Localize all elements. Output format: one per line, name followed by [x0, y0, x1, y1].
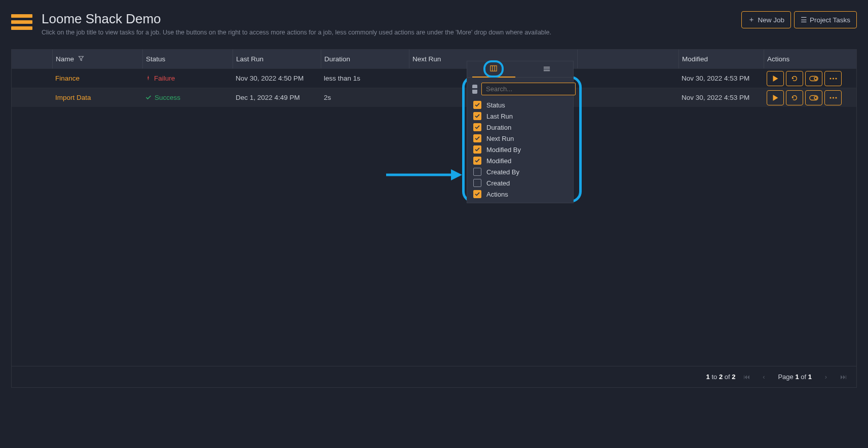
more-button[interactable]	[824, 71, 842, 86]
column-option[interactable]: Modified By	[472, 144, 568, 155]
col-name-label: Name	[56, 55, 74, 63]
col-status[interactable]: Status	[142, 50, 233, 68]
table-row: Import DataSuccessDec 1, 2022 4:49 PM2sN…	[12, 88, 856, 107]
select-all-checkbox[interactable]	[472, 85, 477, 94]
history-button[interactable]	[786, 90, 803, 105]
col-modified[interactable]: Modified	[678, 50, 764, 68]
column-option-label: Created	[486, 179, 510, 187]
svg-point-11	[835, 97, 837, 98]
jobs-grid: Name Status Last Run Duration Next Run M…	[11, 50, 857, 388]
checkbox[interactable]	[473, 145, 481, 154]
menu-icon[interactable]	[11, 14, 32, 30]
column-chooser: StatusLast RunDurationNext RunModified B…	[467, 61, 574, 203]
pager-summary: 1 to 2 of 2	[706, 373, 736, 381]
list-icon: ☰	[801, 16, 807, 24]
new-job-label: New Job	[758, 16, 784, 24]
pager-page-label: Page 1 of 1	[778, 373, 812, 381]
pager-prev-button[interactable]: ‹	[758, 371, 770, 383]
job-name-link[interactable]: Finance	[55, 74, 80, 82]
filter-icon[interactable]	[78, 55, 84, 63]
status-icon	[145, 74, 151, 82]
checkbox[interactable]	[473, 179, 481, 187]
project-tasks-label: Project Tasks	[810, 16, 850, 24]
status-badge: Success	[145, 94, 227, 101]
svg-point-4	[832, 78, 834, 79]
column-option[interactable]: Next Run	[472, 133, 568, 144]
plus-icon: ＋	[748, 15, 755, 24]
column-chooser-tab-menu[interactable]	[520, 61, 574, 77]
new-job-button[interactable]: ＋ New Job	[741, 11, 791, 28]
history-button[interactable]	[786, 71, 803, 86]
column-option-label: Modified	[486, 157, 511, 165]
svg-marker-6	[773, 95, 778, 101]
checkbox[interactable]	[473, 157, 481, 165]
column-option-label: Created By	[486, 168, 519, 176]
column-option-label: Last Run	[486, 113, 513, 120]
svg-point-8	[814, 96, 817, 99]
page-title: Loome Shack Demo	[42, 11, 551, 27]
svg-rect-12	[490, 66, 497, 71]
column-option-label: Duration	[486, 124, 511, 131]
modified-cell: Nov 30, 2022 4:53 PM	[678, 94, 764, 101]
column-option[interactable]: Duration	[472, 122, 568, 133]
pager-next-button[interactable]: ›	[820, 371, 832, 383]
svg-point-3	[829, 78, 831, 79]
more-button[interactable]	[824, 90, 842, 105]
col-last-run[interactable]: Last Run	[233, 50, 321, 68]
run-button[interactable]	[767, 90, 784, 105]
job-name-link[interactable]: Import Data	[55, 94, 91, 101]
project-tasks-button[interactable]: ☰ Project Tasks	[794, 11, 857, 28]
run-button[interactable]	[767, 71, 784, 86]
column-option-label: Status	[486, 101, 505, 109]
svg-point-5	[835, 78, 837, 79]
duration-cell: less than 1s	[321, 74, 409, 82]
toggle-button[interactable]	[805, 71, 822, 86]
column-option[interactable]: Last Run	[472, 110, 568, 122]
column-option[interactable]: Created By	[472, 166, 568, 177]
checkbox[interactable]	[473, 134, 481, 142]
column-option-label: Next Run	[486, 135, 514, 142]
pager-first-button[interactable]: ⏮	[740, 371, 752, 383]
toggle-button[interactable]	[805, 90, 822, 105]
col-name[interactable]: Name	[52, 50, 142, 68]
checkbox[interactable]	[473, 190, 481, 198]
column-option-label: Modified By	[486, 146, 521, 154]
status-badge: Failure	[145, 74, 227, 82]
col-duration[interactable]: Duration	[321, 50, 409, 68]
column-option[interactable]: Modified	[472, 155, 568, 166]
columns-icon	[490, 65, 497, 73]
svg-marker-0	[773, 76, 778, 82]
checkbox[interactable]	[473, 112, 481, 120]
svg-point-10	[832, 97, 834, 98]
column-option[interactable]: Created	[472, 177, 568, 189]
svg-point-9	[829, 97, 831, 98]
menu-lines-icon	[543, 65, 550, 73]
column-search-input[interactable]	[481, 83, 576, 95]
column-chooser-tab-columns[interactable]	[467, 61, 520, 77]
checkbox[interactable]	[473, 168, 481, 176]
pager: 1 to 2 of 2 ⏮ ‹ Page 1 of 1 › ⏭	[12, 366, 856, 387]
checkbox[interactable]	[473, 101, 481, 109]
column-option-label: Actions	[486, 191, 508, 198]
status-icon	[145, 94, 152, 101]
checkbox[interactable]	[473, 123, 481, 131]
grid-header: Name Status Last Run Duration Next Run M…	[12, 50, 856, 68]
svg-point-2	[814, 77, 817, 80]
col-actions[interactable]: Actions	[764, 50, 856, 68]
column-option[interactable]: Actions	[472, 189, 568, 200]
column-option[interactable]: Status	[472, 99, 568, 110]
modified-cell: Nov 30, 2022 4:53 PM	[678, 74, 764, 82]
last-run-cell: Nov 30, 2022 4:50 PM	[233, 74, 321, 82]
duration-cell: 2s	[321, 94, 409, 101]
pager-last-button[interactable]: ⏭	[837, 371, 849, 383]
page-subtitle: Click on the job title to view tasks for…	[42, 29, 551, 36]
table-row: FinanceFailureNov 30, 2022 4:50 PMless t…	[12, 68, 856, 88]
last-run-cell: Dec 1, 2022 4:49 PM	[233, 94, 321, 101]
